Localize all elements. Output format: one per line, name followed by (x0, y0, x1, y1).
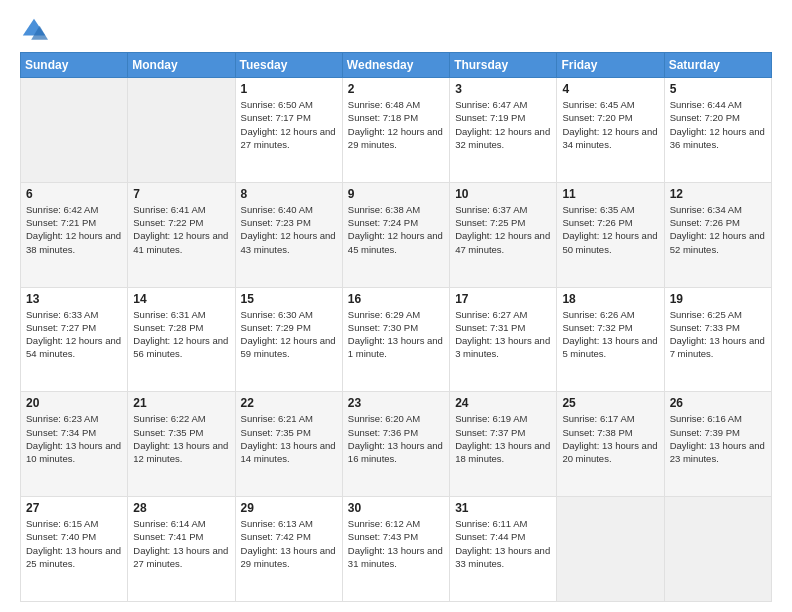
week-row-2: 13Sunrise: 6:33 AMSunset: 7:27 PMDayligh… (21, 287, 772, 392)
calendar-cell: 26Sunrise: 6:16 AMSunset: 7:39 PMDayligh… (664, 392, 771, 497)
day-info: Sunrise: 6:31 AMSunset: 7:28 PMDaylight:… (133, 308, 229, 361)
week-row-0: 1Sunrise: 6:50 AMSunset: 7:17 PMDaylight… (21, 78, 772, 183)
calendar-cell: 31Sunrise: 6:11 AMSunset: 7:44 PMDayligh… (450, 497, 557, 602)
day-info: Sunrise: 6:14 AMSunset: 7:41 PMDaylight:… (133, 517, 229, 570)
day-number: 9 (348, 187, 444, 201)
calendar-cell: 8Sunrise: 6:40 AMSunset: 7:23 PMDaylight… (235, 182, 342, 287)
calendar-cell (557, 497, 664, 602)
day-info: Sunrise: 6:11 AMSunset: 7:44 PMDaylight:… (455, 517, 551, 570)
day-number: 23 (348, 396, 444, 410)
day-info: Sunrise: 6:27 AMSunset: 7:31 PMDaylight:… (455, 308, 551, 361)
calendar-cell: 25Sunrise: 6:17 AMSunset: 7:38 PMDayligh… (557, 392, 664, 497)
day-info: Sunrise: 6:19 AMSunset: 7:37 PMDaylight:… (455, 412, 551, 465)
day-number: 28 (133, 501, 229, 515)
day-info: Sunrise: 6:48 AMSunset: 7:18 PMDaylight:… (348, 98, 444, 151)
day-info: Sunrise: 6:21 AMSunset: 7:35 PMDaylight:… (241, 412, 337, 465)
day-info: Sunrise: 6:35 AMSunset: 7:26 PMDaylight:… (562, 203, 658, 256)
calendar-cell: 24Sunrise: 6:19 AMSunset: 7:37 PMDayligh… (450, 392, 557, 497)
week-row-3: 20Sunrise: 6:23 AMSunset: 7:34 PMDayligh… (21, 392, 772, 497)
day-number: 27 (26, 501, 122, 515)
day-info: Sunrise: 6:44 AMSunset: 7:20 PMDaylight:… (670, 98, 766, 151)
day-number: 15 (241, 292, 337, 306)
day-info: Sunrise: 6:37 AMSunset: 7:25 PMDaylight:… (455, 203, 551, 256)
day-number: 24 (455, 396, 551, 410)
weekday-header-friday: Friday (557, 53, 664, 78)
calendar-cell: 30Sunrise: 6:12 AMSunset: 7:43 PMDayligh… (342, 497, 449, 602)
logo-icon (20, 16, 48, 44)
page: SundayMondayTuesdayWednesdayThursdayFrid… (0, 0, 792, 612)
calendar-cell: 11Sunrise: 6:35 AMSunset: 7:26 PMDayligh… (557, 182, 664, 287)
calendar-cell: 13Sunrise: 6:33 AMSunset: 7:27 PMDayligh… (21, 287, 128, 392)
calendar-cell: 6Sunrise: 6:42 AMSunset: 7:21 PMDaylight… (21, 182, 128, 287)
calendar-cell: 4Sunrise: 6:45 AMSunset: 7:20 PMDaylight… (557, 78, 664, 183)
calendar-cell: 7Sunrise: 6:41 AMSunset: 7:22 PMDaylight… (128, 182, 235, 287)
day-number: 4 (562, 82, 658, 96)
weekday-header-row: SundayMondayTuesdayWednesdayThursdayFrid… (21, 53, 772, 78)
day-info: Sunrise: 6:23 AMSunset: 7:34 PMDaylight:… (26, 412, 122, 465)
logo (20, 16, 52, 44)
calendar-cell: 10Sunrise: 6:37 AMSunset: 7:25 PMDayligh… (450, 182, 557, 287)
day-number: 1 (241, 82, 337, 96)
day-number: 2 (348, 82, 444, 96)
calendar-cell: 16Sunrise: 6:29 AMSunset: 7:30 PMDayligh… (342, 287, 449, 392)
calendar-cell: 14Sunrise: 6:31 AMSunset: 7:28 PMDayligh… (128, 287, 235, 392)
calendar-cell: 17Sunrise: 6:27 AMSunset: 7:31 PMDayligh… (450, 287, 557, 392)
day-number: 5 (670, 82, 766, 96)
day-info: Sunrise: 6:17 AMSunset: 7:38 PMDaylight:… (562, 412, 658, 465)
calendar-cell: 15Sunrise: 6:30 AMSunset: 7:29 PMDayligh… (235, 287, 342, 392)
day-number: 13 (26, 292, 122, 306)
day-info: Sunrise: 6:38 AMSunset: 7:24 PMDaylight:… (348, 203, 444, 256)
calendar-cell: 9Sunrise: 6:38 AMSunset: 7:24 PMDaylight… (342, 182, 449, 287)
day-number: 6 (26, 187, 122, 201)
calendar-cell (664, 497, 771, 602)
day-number: 26 (670, 396, 766, 410)
day-number: 31 (455, 501, 551, 515)
day-number: 30 (348, 501, 444, 515)
day-number: 21 (133, 396, 229, 410)
day-number: 7 (133, 187, 229, 201)
day-info: Sunrise: 6:33 AMSunset: 7:27 PMDaylight:… (26, 308, 122, 361)
calendar-cell (128, 78, 235, 183)
day-number: 12 (670, 187, 766, 201)
day-number: 19 (670, 292, 766, 306)
weekday-header-monday: Monday (128, 53, 235, 78)
calendar-cell: 27Sunrise: 6:15 AMSunset: 7:40 PMDayligh… (21, 497, 128, 602)
day-number: 22 (241, 396, 337, 410)
day-info: Sunrise: 6:50 AMSunset: 7:17 PMDaylight:… (241, 98, 337, 151)
day-number: 25 (562, 396, 658, 410)
calendar-cell: 3Sunrise: 6:47 AMSunset: 7:19 PMDaylight… (450, 78, 557, 183)
day-number: 18 (562, 292, 658, 306)
weekday-header-thursday: Thursday (450, 53, 557, 78)
weekday-header-wednesday: Wednesday (342, 53, 449, 78)
calendar-cell: 12Sunrise: 6:34 AMSunset: 7:26 PMDayligh… (664, 182, 771, 287)
day-number: 10 (455, 187, 551, 201)
calendar-cell: 23Sunrise: 6:20 AMSunset: 7:36 PMDayligh… (342, 392, 449, 497)
calendar-cell: 22Sunrise: 6:21 AMSunset: 7:35 PMDayligh… (235, 392, 342, 497)
day-info: Sunrise: 6:20 AMSunset: 7:36 PMDaylight:… (348, 412, 444, 465)
calendar-cell: 20Sunrise: 6:23 AMSunset: 7:34 PMDayligh… (21, 392, 128, 497)
day-info: Sunrise: 6:41 AMSunset: 7:22 PMDaylight:… (133, 203, 229, 256)
calendar-cell (21, 78, 128, 183)
week-row-4: 27Sunrise: 6:15 AMSunset: 7:40 PMDayligh… (21, 497, 772, 602)
day-number: 17 (455, 292, 551, 306)
day-info: Sunrise: 6:29 AMSunset: 7:30 PMDaylight:… (348, 308, 444, 361)
calendar-cell: 29Sunrise: 6:13 AMSunset: 7:42 PMDayligh… (235, 497, 342, 602)
day-number: 8 (241, 187, 337, 201)
day-info: Sunrise: 6:15 AMSunset: 7:40 PMDaylight:… (26, 517, 122, 570)
day-info: Sunrise: 6:22 AMSunset: 7:35 PMDaylight:… (133, 412, 229, 465)
calendar-cell: 1Sunrise: 6:50 AMSunset: 7:17 PMDaylight… (235, 78, 342, 183)
day-info: Sunrise: 6:34 AMSunset: 7:26 PMDaylight:… (670, 203, 766, 256)
day-info: Sunrise: 6:42 AMSunset: 7:21 PMDaylight:… (26, 203, 122, 256)
calendar-cell: 21Sunrise: 6:22 AMSunset: 7:35 PMDayligh… (128, 392, 235, 497)
calendar-cell: 28Sunrise: 6:14 AMSunset: 7:41 PMDayligh… (128, 497, 235, 602)
calendar-cell: 5Sunrise: 6:44 AMSunset: 7:20 PMDaylight… (664, 78, 771, 183)
day-info: Sunrise: 6:30 AMSunset: 7:29 PMDaylight:… (241, 308, 337, 361)
day-number: 20 (26, 396, 122, 410)
day-info: Sunrise: 6:47 AMSunset: 7:19 PMDaylight:… (455, 98, 551, 151)
day-number: 29 (241, 501, 337, 515)
day-number: 11 (562, 187, 658, 201)
day-info: Sunrise: 6:12 AMSunset: 7:43 PMDaylight:… (348, 517, 444, 570)
day-info: Sunrise: 6:25 AMSunset: 7:33 PMDaylight:… (670, 308, 766, 361)
weekday-header-saturday: Saturday (664, 53, 771, 78)
weekday-header-sunday: Sunday (21, 53, 128, 78)
